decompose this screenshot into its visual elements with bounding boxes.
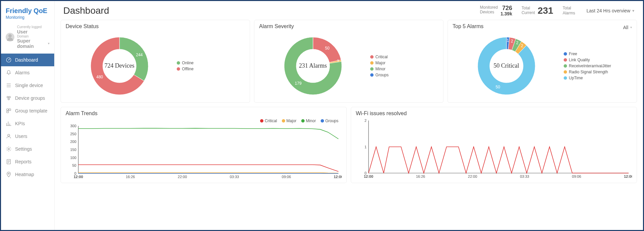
- donut-center: 724 Devices: [104, 62, 134, 69]
- report-icon: [6, 159, 12, 165]
- svg-rect-6: [9, 109, 11, 110]
- svg-text:1: 1: [365, 145, 367, 149]
- timerange-dropdown[interactable]: Last 24 Hrs overview ▾: [580, 8, 634, 13]
- top-alarms-filter[interactable]: All ▾: [623, 25, 632, 30]
- panel-title: Wi-Fi issues resolved: [356, 110, 632, 117]
- svg-text:12:00: 12:00: [624, 174, 632, 178]
- nav-device-groups[interactable]: Device groups: [1, 92, 54, 104]
- panel-wifi-resolved: Wi-Fi issues resolved 01212:0016:2622:00…: [351, 107, 637, 183]
- svg-text:480: 480: [96, 75, 103, 79]
- location-icon: [6, 171, 12, 177]
- svg-point-4: [8, 98, 10, 100]
- nav-users[interactable]: Users: [1, 130, 54, 143]
- panel-alarm-severity: Alarm Severity 502179 231 Alarms Critica…: [254, 20, 444, 103]
- svg-text:2: 2: [365, 119, 367, 123]
- gear-icon: [6, 146, 12, 152]
- svg-point-8: [8, 134, 10, 136]
- nav-heatmap[interactable]: Heatmap: [1, 168, 54, 181]
- legend: Online Offline: [173, 59, 245, 73]
- svg-text:22:00: 22:00: [178, 175, 187, 179]
- legend-groups: Groups: [321, 119, 338, 123]
- svg-text:50: 50: [496, 85, 500, 89]
- panel-alarm-trends: Alarm Trends Critical Major Minor Groups…: [61, 107, 347, 183]
- nav-label: Alarms: [15, 70, 30, 75]
- svg-text:12:00: 12:00: [334, 175, 342, 179]
- nav-label: Group template: [15, 108, 48, 113]
- svg-text:03:33: 03:33: [230, 175, 239, 179]
- kpi-sub-value: 1.39k: [500, 11, 512, 16]
- legend-offline: Offline: [177, 67, 245, 71]
- svg-text:179: 179: [295, 81, 302, 85]
- nav-single-device[interactable]: Single device: [1, 79, 54, 92]
- nav-label: Dashboard: [15, 57, 38, 63]
- list-icon: [6, 82, 12, 88]
- donut-center: 231 Alarms: [299, 62, 327, 69]
- domain-value: Super domain: [17, 38, 47, 49]
- page-header: Dashboard Monitored Devices 726 1.39k To…: [55, 1, 643, 18]
- legend-radio-signal: Radio Signal Strength: [564, 70, 632, 74]
- user-block[interactable]: Currently logged User Domain Super domai…: [1, 22, 54, 54]
- chevron-down-icon: ▾: [632, 8, 634, 13]
- legend: Critical Major Minor Groups: [66, 119, 342, 123]
- nav-kpis[interactable]: KPIs: [1, 117, 54, 130]
- svg-text:150: 150: [70, 148, 76, 152]
- currently-logged-label: Currently logged: [17, 25, 50, 29]
- currently-logged-value: User: [17, 29, 50, 34]
- kpi-total-current: Total Current 231: [517, 6, 558, 15]
- svg-text:244: 244: [136, 52, 143, 57]
- nav-label: Settings: [15, 146, 32, 152]
- nav-label: Device groups: [15, 95, 45, 101]
- svg-text:2: 2: [521, 44, 523, 48]
- navigation: Dashboard Alarms Single device Device gr…: [1, 54, 54, 181]
- brand-subtitle: Monitoring: [6, 15, 50, 20]
- user-icon: [6, 133, 12, 139]
- svg-text:16:26: 16:26: [416, 174, 425, 178]
- svg-text:12:00: 12:00: [364, 174, 373, 178]
- svg-text:12:00: 12:00: [74, 175, 83, 179]
- svg-text:1: 1: [507, 38, 509, 43]
- panel-title: Top 5 Alarms: [453, 23, 483, 29]
- legend-critical: Critical: [260, 119, 277, 123]
- kpi-total-alarms: Total Alarms: [558, 6, 580, 15]
- nav-reports[interactable]: Reports: [1, 155, 54, 168]
- groups-icon: [6, 95, 12, 101]
- nav-settings[interactable]: Settings: [1, 143, 54, 155]
- svg-text:09:06: 09:06: [572, 174, 581, 178]
- panel-title: Device Status: [66, 23, 245, 29]
- main: Dashboard Monitored Devices 726 1.39k To…: [55, 1, 643, 230]
- svg-text:22:00: 22:00: [468, 174, 477, 178]
- sidebar: Friendly QoE Monitoring Currently logged…: [1, 1, 55, 230]
- kpi-monitored-devices: Monitored Devices 726 1.39k: [475, 5, 517, 16]
- svg-text:300: 300: [70, 124, 76, 128]
- nav-alarms[interactable]: Alarms: [1, 66, 54, 79]
- svg-point-9: [8, 148, 10, 150]
- legend-groups: Groups: [370, 73, 438, 77]
- svg-text:09:06: 09:06: [282, 175, 291, 179]
- legend-online: Online: [177, 61, 245, 65]
- nav-group-template[interactable]: Group template: [1, 104, 54, 117]
- panel-title: Alarm Trends: [66, 110, 342, 117]
- kpi-label: Total Current: [521, 6, 535, 15]
- chart-icon: [6, 121, 12, 127]
- legend-free: Free: [564, 52, 632, 56]
- avatar-icon: [6, 33, 14, 42]
- bell-icon: [6, 70, 12, 76]
- svg-text:100: 100: [70, 155, 76, 159]
- content: Device Status 244480 724 Devices Online …: [55, 18, 643, 230]
- svg-text:50: 50: [325, 46, 330, 51]
- nav-label: Heatmap: [15, 172, 34, 177]
- nav-label: Single device: [15, 83, 43, 88]
- chevron-down-icon: ▾: [48, 42, 50, 46]
- wifi-resolved-chart: 01212:0016:2622:0003:3309:0612:00: [356, 119, 632, 180]
- legend-recv-jitter: ReceiveInterarrivalJitter: [564, 64, 632, 68]
- nav-label: Users: [15, 134, 27, 139]
- panel-top-alarms: Top 5 Alarms All ▾ 122250 50 Critical Fr…: [448, 20, 637, 103]
- legend-link-quality: Link Quality: [564, 58, 632, 62]
- timerange-label: Last 24 Hrs overview: [586, 8, 630, 13]
- legend: Critical Major Minor Groups: [367, 53, 438, 79]
- kpi-value: 726: [502, 5, 512, 11]
- nav-dashboard[interactable]: Dashboard: [1, 54, 54, 66]
- kpi-label: Monitored Devices: [480, 5, 498, 15]
- svg-point-2: [7, 96, 9, 98]
- legend-major: Major: [282, 119, 297, 123]
